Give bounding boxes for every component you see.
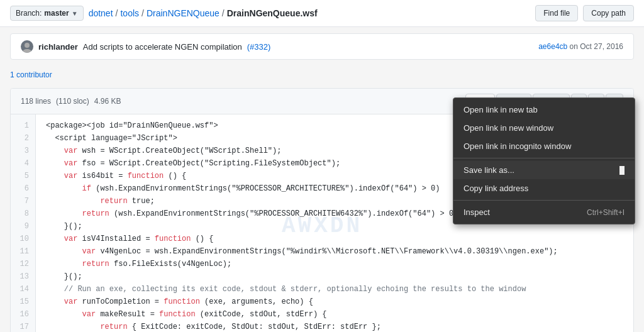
breadcrumb-repo[interactable]: dotnet — [89, 8, 113, 18]
code-line: var v4NgenLoc = wsh.ExpandEnvironmentStr… — [46, 245, 633, 258]
context-menu-item-open-new-tab[interactable]: Open link in new tab — [453, 101, 635, 119]
context-menu-divider — [453, 158, 635, 158]
breadcrumb-file: DrainNGenQueue.wsf — [227, 8, 318, 18]
line-number[interactable]: 1 — [11, 119, 35, 132]
commit-author[interactable]: richlander — [38, 42, 78, 52]
context-menu-item-label: Open link in new tab — [464, 105, 538, 114]
line-number[interactable]: 15 — [11, 296, 35, 308]
find-file-button[interactable]: Find file — [535, 5, 578, 21]
contributor-bar: 1 contributor — [10, 66, 634, 83]
chevron-down-icon: ▼ — [72, 10, 78, 17]
top-bar-actions: Find file Copy path — [535, 5, 634, 21]
context-menu-shortcut: Ctrl+Shift+I — [587, 208, 625, 217]
commit-message: Add scripts to accelerate NGEN compilati… — [83, 42, 242, 52]
breadcrumb: dotnet / tools / DrainNGENQueue / DrainN… — [89, 8, 318, 18]
context-menu-item-save-link[interactable]: Save link as... — [453, 161, 635, 179]
file-size: 4.96 KB — [94, 97, 121, 106]
context-menu: Open link in new tabOpen link in new win… — [453, 97, 635, 224]
context-menu-item-label: Open link in new window — [464, 123, 553, 133]
context-menu-item-label: Copy link address — [464, 184, 528, 193]
commit-date: Oct 27, 2016 — [580, 42, 623, 51]
code-line: return fso.FileExists(v4NgenLoc); — [46, 258, 633, 270]
top-bar: Branch: master ▼ dotnet / tools / DrainN… — [0, 0, 644, 27]
code-line: var runToCompletion = function (exe, arg… — [46, 296, 633, 308]
line-number[interactable]: 11 — [11, 245, 35, 258]
commit-date-label: on — [570, 42, 578, 51]
commit-meta: ae6e4cb on Oct 27, 2016 — [538, 42, 623, 51]
line-number[interactable]: 7 — [11, 195, 35, 208]
context-menu-divider-2 — [453, 200, 635, 201]
line-number[interactable]: 12 — [11, 258, 35, 270]
line-number[interactable]: 3 — [11, 145, 35, 157]
breadcrumb-sep3: / — [222, 8, 225, 18]
line-number[interactable]: 6 — [11, 182, 35, 195]
line-number[interactable]: 13 — [11, 270, 35, 283]
branch-name: master — [44, 9, 69, 18]
svg-point-0 — [25, 43, 30, 48]
context-menu-item-open-new-window[interactable]: Open link in new window — [453, 119, 635, 137]
context-menu-item-inspect[interactable]: InspectCtrl+Shift+I — [453, 203, 635, 221]
line-number[interactable]: 10 — [11, 233, 35, 245]
line-number[interactable]: 5 — [11, 170, 35, 182]
contributor-count: 1 — [10, 70, 14, 79]
code-line: var isV4Installed = function () { — [46, 233, 633, 245]
cursor-indicator — [619, 166, 625, 175]
breadcrumb-folder1[interactable]: tools — [120, 8, 139, 18]
code-line: }(); — [46, 270, 633, 283]
line-number[interactable]: 4 — [11, 157, 35, 170]
line-numbers: 1234567891011121314151617 — [11, 114, 36, 332]
line-number[interactable]: 2 — [11, 132, 35, 145]
commit-hash[interactable]: ae6e4cb — [538, 42, 567, 51]
commit-bar: richlander Add scripts to accelerate NGE… — [10, 33, 634, 60]
context-menu-item-label: Open link in incognito window — [464, 141, 571, 151]
line-number[interactable]: 16 — [11, 308, 35, 321]
context-menu-item-label: Save link as... — [464, 165, 514, 175]
breadcrumb-folder2[interactable]: DrainNGENQueue — [147, 8, 219, 18]
avatar — [21, 40, 33, 53]
branch-label: Branch: — [16, 9, 42, 18]
code-line: // Run an exe, collecting its exit code,… — [46, 283, 633, 296]
code-line: var makeResult = function (exitCode, std… — [46, 308, 633, 321]
line-number[interactable]: 8 — [11, 208, 35, 220]
svg-point-1 — [23, 49, 31, 53]
line-number[interactable]: 14 — [11, 283, 35, 296]
context-menu-item-open-incognito[interactable]: Open link in incognito window — [453, 137, 635, 155]
line-number[interactable]: 9 — [11, 220, 35, 233]
breadcrumb-sep2: / — [142, 8, 144, 18]
line-number[interactable]: 17 — [11, 321, 35, 332]
context-menu-item-copy-address[interactable]: Copy link address — [453, 179, 635, 197]
breadcrumb-sep1: / — [116, 8, 118, 18]
code-line: return { ExitCode: exitCode, StdOut: std… — [46, 321, 633, 332]
commit-pr-link[interactable]: (#332) — [247, 42, 271, 52]
copy-path-button[interactable]: Copy path — [583, 5, 634, 21]
contributor-label: contributor — [16, 70, 52, 79]
file-lines: 118 lines — [21, 97, 51, 106]
context-menu-item-label: Inspect — [464, 208, 490, 217]
file-sloc: (110 sloc) — [56, 97, 89, 106]
contributor-link[interactable]: 1 contributor — [10, 70, 52, 79]
branch-selector[interactable]: Branch: master ▼ — [10, 6, 84, 21]
